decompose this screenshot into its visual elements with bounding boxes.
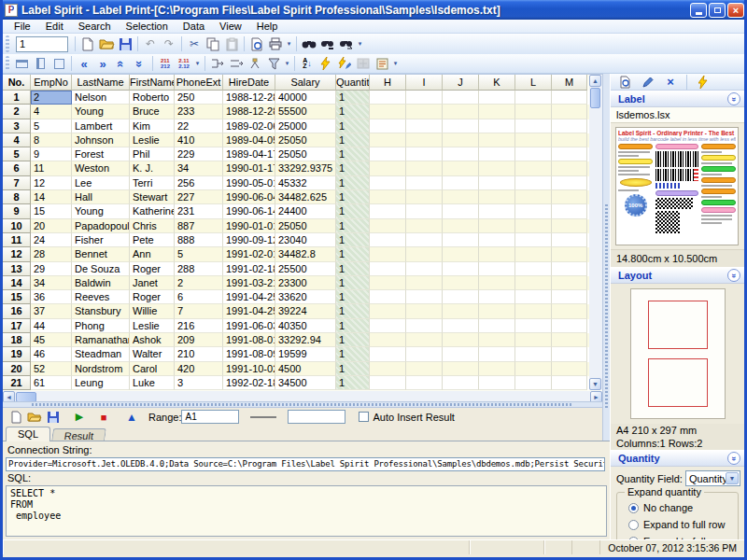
grid-cell[interactable] (552, 333, 587, 347)
transform-icon[interactable] (354, 55, 373, 73)
row-number-button[interactable]: 11 (3, 233, 31, 247)
grid-cell[interactable] (515, 91, 552, 105)
menu-selection[interactable]: Selection (119, 20, 176, 34)
grid-cell[interactable] (479, 204, 515, 218)
grid-cell[interactable] (443, 176, 479, 190)
grid-cell[interactable] (443, 190, 479, 204)
menu-view[interactable]: View (212, 20, 249, 34)
grid-cell[interactable] (406, 276, 443, 290)
cut-icon[interactable]: ✂ (185, 35, 204, 53)
filter-icon[interactable] (264, 55, 283, 73)
label-preview-image[interactable]: Label Spirit - Ordinary Printer - The Be… (615, 127, 739, 245)
quantity-field-select[interactable]: Quantity ▼ (685, 470, 740, 486)
grid-cell[interactable]: 20 (31, 219, 72, 233)
grid-cell[interactable]: 24 (31, 233, 72, 247)
grid-cell[interactable]: 1 (336, 161, 370, 175)
grid-cell[interactable] (515, 119, 552, 133)
menu-edit[interactable]: Edit (38, 20, 71, 34)
grid-cell[interactable] (515, 276, 552, 290)
grid-cell[interactable] (515, 304, 552, 318)
grid-cell[interactable]: Leslie (130, 319, 175, 333)
grid-cell[interactable] (552, 362, 587, 376)
select-column-icon[interactable] (31, 55, 49, 73)
row-number-button[interactable]: 9 (3, 204, 31, 218)
open-icon[interactable] (97, 35, 116, 53)
row-number-button[interactable]: 12 (3, 247, 31, 261)
grid-cell[interactable]: 44 (31, 319, 72, 333)
fill-edit-icon[interactable] (335, 55, 354, 73)
grid-cell[interactable] (515, 376, 552, 390)
grid-cell[interactable]: 1991-03-21 (223, 276, 275, 290)
scroll-down-icon[interactable]: ▼ (589, 378, 601, 390)
grid-cell[interactable]: 1991-08-01 (223, 333, 275, 347)
toolbar-overflow-icon[interactable]: ▾ (391, 62, 400, 65)
grid-cell[interactable] (479, 219, 515, 233)
column-header[interactable]: EmpNo (31, 75, 72, 91)
close-button[interactable]: × (727, 3, 744, 18)
select-block-icon[interactable] (49, 55, 68, 73)
vertical-scroll-thumb[interactable] (590, 88, 600, 108)
grid-cell[interactable] (552, 119, 587, 133)
row-number-button[interactable]: 16 (3, 304, 31, 318)
grid-cell[interactable]: 1 (336, 304, 370, 318)
grid-cell[interactable] (370, 290, 406, 304)
grid-cell[interactable]: 1990-01-01 (223, 219, 275, 233)
grid-cell[interactable] (406, 362, 443, 376)
grid-cell[interactable] (406, 133, 443, 147)
grid-cell[interactable] (552, 319, 587, 333)
grid-cell[interactable] (406, 376, 443, 390)
sql-query-input[interactable]: SELECT * FROM employee (6, 485, 607, 537)
grid-cell[interactable]: 1 (336, 233, 370, 247)
print-preview-icon[interactable] (247, 35, 266, 53)
grid-cell[interactable]: 1992-02-18 (223, 376, 275, 390)
grid-cell[interactable] (479, 276, 515, 290)
grid-cell[interactable] (552, 176, 587, 190)
grid-cell[interactable]: 1990-05-01 (223, 176, 275, 190)
grid-cell[interactable] (370, 161, 406, 175)
grid-cell[interactable]: 1988-12-28 (223, 91, 275, 105)
grid-cell[interactable]: Ann (130, 247, 175, 261)
delete-row-icon[interactable]: 2.112.12 (175, 55, 193, 73)
grid-cell[interactable] (479, 161, 515, 175)
sort-icon[interactable]: AZ↓ (298, 55, 317, 73)
grid-cell[interactable]: 28 (31, 247, 72, 261)
grid-cell[interactable]: Leslie (130, 133, 175, 147)
grid-cell[interactable] (552, 147, 587, 161)
grid-cell[interactable] (552, 276, 587, 290)
toolbar-overflow-icon[interactable]: ▾ (283, 62, 291, 65)
grid-cell[interactable]: 1 (336, 105, 370, 119)
grid-cell[interactable]: Forest (72, 147, 130, 161)
properties-icon[interactable] (373, 55, 391, 73)
grid-cell[interactable] (406, 247, 443, 261)
grid-cell[interactable]: Luke (130, 376, 175, 390)
dropdown-arrow-icon[interactable]: ▼ (726, 472, 739, 484)
column-header[interactable]: M (552, 75, 587, 91)
grid-cell[interactable]: 1 (336, 319, 370, 333)
menu-search[interactable]: Search (71, 20, 119, 34)
grid-cell[interactable] (515, 204, 552, 218)
grid-cell[interactable]: 1990-09-12 (223, 233, 275, 247)
grid-cell[interactable] (443, 133, 479, 147)
undo-icon[interactable]: ↶ (141, 35, 160, 53)
grid-cell[interactable]: 46 (31, 347, 72, 361)
grid-cell[interactable]: Willie (130, 304, 175, 318)
grid-cell[interactable] (406, 91, 443, 105)
grid-cell[interactable]: 39224 (275, 304, 336, 318)
grid-cell[interactable] (370, 105, 406, 119)
grid-cell[interactable]: 5 (31, 119, 72, 133)
grid-cell[interactable] (479, 333, 515, 347)
grid-cell[interactable]: 22 (175, 119, 223, 133)
grid-cell[interactable] (479, 247, 515, 261)
toolbar-overflow-icon[interactable]: ▾ (356, 42, 364, 46)
grid-cell[interactable]: 29 (31, 262, 72, 276)
grid-cell[interactable]: 1991-02-18 (223, 262, 275, 276)
grid-cell[interactable] (552, 190, 587, 204)
grid-cell[interactable]: 11 (31, 161, 72, 175)
grid-cell[interactable]: 209 (175, 333, 223, 347)
grid-cell[interactable]: 61 (31, 376, 72, 390)
grid-cell[interactable]: 3 (175, 376, 223, 390)
grid-cell[interactable]: 1991-08-09 (223, 347, 275, 361)
find-prev-icon[interactable] (337, 35, 356, 53)
grid-cell[interactable]: Young (72, 204, 130, 218)
grid-cell[interactable]: 233 (175, 105, 223, 119)
